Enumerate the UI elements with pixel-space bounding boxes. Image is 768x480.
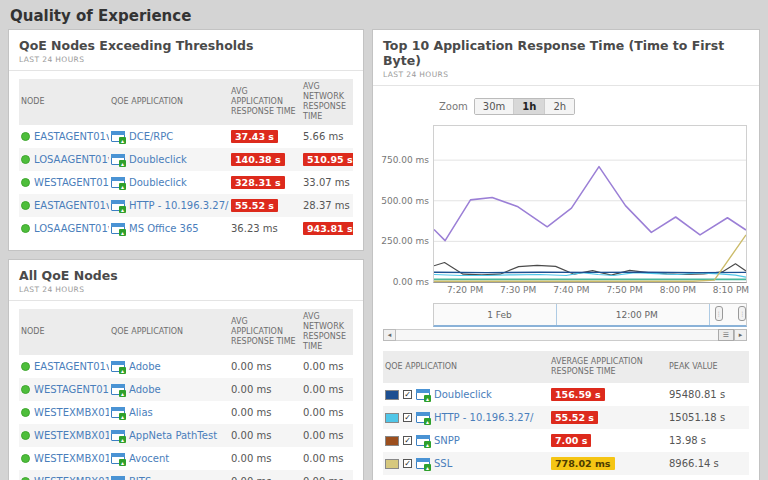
series-visibility-checkbox[interactable]: ✓ bbox=[403, 390, 412, 399]
application-link[interactable]: HTTP - 10.196.3.27/ bbox=[129, 200, 228, 211]
node-cell: WESTEXMBX01v bbox=[19, 405, 109, 420]
navigator-tick bbox=[556, 304, 557, 325]
panel-subtitle: LAST 24 HOURS bbox=[19, 285, 353, 294]
qoe-exceeding-table: NODEQOE APPLICATIONAVG APPLICATION RESPO… bbox=[19, 79, 353, 240]
node-link[interactable]: WESTEXMBX01v bbox=[34, 430, 109, 441]
node-link[interactable]: WESTAGENT01v bbox=[34, 177, 109, 188]
value-text: 0.00 ms bbox=[231, 407, 271, 418]
avg-network-response-cell: 28.37 ms bbox=[301, 198, 353, 213]
value-text: 28.37 ms bbox=[303, 200, 350, 211]
node-link[interactable]: LOSAAGENT01v bbox=[34, 223, 109, 234]
response-time-chart[interactable]: 750.00 ms500.00 ms250.00 ms0.00 ms bbox=[433, 125, 747, 283]
application-link[interactable]: SNPP bbox=[434, 435, 460, 446]
peak-value-cell: 15051.18 s bbox=[667, 410, 749, 425]
node-cell: LOSAAGENT01v bbox=[19, 221, 109, 236]
node-link[interactable]: EASTAGENT01v bbox=[34, 131, 109, 142]
scroll-right-button[interactable]: ▸ bbox=[734, 329, 747, 341]
application-link[interactable]: Doubleclick bbox=[129, 154, 187, 165]
node-link[interactable]: WESTEXMBX01v bbox=[34, 476, 109, 480]
series-visibility-checkbox[interactable]: ✓ bbox=[403, 436, 412, 445]
panel-subtitle: LAST 24 HOURS bbox=[383, 70, 749, 79]
panel-all-qoe-nodes: All QoE Nodes LAST 24 HOURS NODEQOE APPL… bbox=[8, 259, 364, 480]
node-cell: EASTAGENT01v bbox=[19, 359, 109, 374]
chart-plot-area bbox=[434, 126, 746, 282]
application-link[interactable]: Doubleclick bbox=[434, 389, 492, 400]
peak-value-cell: 13.98 s bbox=[667, 433, 749, 448]
node-link[interactable]: WESTAGENT01v bbox=[34, 384, 109, 395]
x-axis-tick-label: 7:20 PM bbox=[447, 285, 483, 295]
dashboard-layout: QoE Nodes Exceeding Thresholds LAST 24 H… bbox=[0, 29, 768, 480]
application-link[interactable]: DCE/RPC bbox=[129, 131, 173, 142]
avg-app-response-cell: 140.38 s bbox=[229, 151, 301, 168]
application-cell: ▴DCE/RPC bbox=[109, 129, 229, 144]
chart-range-navigator[interactable]: 1 Feb12:00 PM⋮⋮ bbox=[433, 303, 747, 327]
threshold-badge: 7.00 s bbox=[551, 434, 591, 447]
qoe-application-icon: ▴ bbox=[416, 389, 430, 400]
column-header: QOE APPLICATION bbox=[383, 359, 549, 375]
avg-app-response-cell: 0.00 ms bbox=[229, 405, 301, 420]
app-arrow-badge: ▴ bbox=[119, 459, 126, 466]
application-link[interactable]: Alias bbox=[129, 407, 153, 418]
application-link[interactable]: SSL bbox=[434, 458, 452, 469]
node-status-up-icon bbox=[21, 224, 30, 233]
avg-app-response-cell: 0.00 ms bbox=[229, 359, 301, 374]
left-column: QoE Nodes Exceeding Thresholds LAST 24 H… bbox=[8, 29, 364, 480]
application-link[interactable]: HTTP - 10.196.3.27/ bbox=[434, 412, 533, 423]
qoe-application-icon: ▴ bbox=[111, 476, 125, 480]
application-link[interactable]: Doubleclick bbox=[129, 177, 187, 188]
qoe-application-icon: ▴ bbox=[111, 407, 125, 418]
app-arrow-badge: ▴ bbox=[119, 206, 126, 213]
table-row: EASTAGENT01v▴HTTP - 10.196.3.27/55.52 s2… bbox=[19, 194, 353, 217]
zoom-option-1h[interactable]: 1h bbox=[514, 99, 545, 114]
panel-subtitle: LAST 24 HOURS bbox=[19, 55, 353, 64]
avg-network-response-cell: 510.95 s bbox=[301, 151, 353, 168]
peak-value-text: 95480.81 s bbox=[669, 389, 725, 400]
application-link[interactable]: AppNeta PathTest bbox=[129, 430, 217, 441]
table-row: WESTEXMBX01v▴BITS0.00 ms0.00 ms bbox=[19, 470, 353, 480]
series-visibility-checkbox[interactable]: ✓ bbox=[403, 413, 412, 422]
node-link[interactable]: EASTAGENT01v bbox=[34, 200, 109, 211]
navigator-tick bbox=[709, 304, 710, 325]
avg-app-response-cell: 778.02 ms bbox=[549, 455, 667, 472]
node-link[interactable]: EASTAGENT01v bbox=[34, 361, 109, 372]
scroll-left-button[interactable]: ◂ bbox=[383, 329, 396, 341]
node-status-up-icon bbox=[21, 201, 30, 210]
application-link[interactable]: Adobe bbox=[129, 384, 161, 395]
qoe-application-icon: ▴ bbox=[416, 412, 430, 423]
application-cell: ▴MS Office 365 bbox=[109, 221, 229, 236]
zoom-label: Zoom bbox=[439, 101, 468, 112]
node-link[interactable]: WESTEXMBX01v bbox=[34, 453, 109, 464]
app-arrow-badge: ▴ bbox=[119, 137, 126, 144]
panel-header: All QoE Nodes LAST 24 HOURS bbox=[9, 260, 363, 301]
app-arrow-badge: ▴ bbox=[119, 229, 126, 236]
app-arrow-badge: ▴ bbox=[424, 418, 431, 425]
table-header-row: NODEQOE APPLICATIONAVG APPLICATION RESPO… bbox=[19, 79, 353, 125]
application-link[interactable]: MS Office 365 bbox=[129, 223, 199, 234]
value-text: 36.23 ms bbox=[231, 223, 278, 234]
application-link[interactable]: BITS bbox=[129, 476, 151, 480]
threshold-badge: 943.81 s bbox=[303, 222, 353, 235]
node-status-up-icon bbox=[21, 431, 30, 440]
qoe-application-icon: ▴ bbox=[416, 458, 430, 469]
application-link[interactable]: Adobe bbox=[129, 361, 161, 372]
zoom-option-2h[interactable]: 2h bbox=[545, 99, 574, 114]
navigator-handle[interactable]: ⋮ bbox=[715, 306, 723, 321]
scrollbar-grip[interactable]: ☰ bbox=[718, 329, 734, 341]
app-arrow-badge: ▴ bbox=[424, 395, 431, 402]
node-link[interactable]: WESTEXMBX01v bbox=[34, 407, 109, 418]
legend-row: ✓▴SNPP7.00 s13.98 s bbox=[383, 429, 749, 452]
scrollbar-track[interactable] bbox=[396, 329, 718, 341]
series-visibility-checkbox[interactable]: ✓ bbox=[403, 459, 412, 468]
node-link[interactable]: LOSAAGENT01v bbox=[34, 154, 109, 165]
avg-app-response-cell: 0.00 ms bbox=[229, 474, 301, 480]
value-text: 5.66 ms bbox=[303, 131, 343, 142]
y-axis-tick-label: 250.00 ms bbox=[381, 236, 429, 246]
table-row: EASTAGENT01v▴DCE/RPC37.43 s5.66 ms bbox=[19, 125, 353, 148]
qoe-application-icon: ▴ bbox=[111, 177, 125, 188]
application-link[interactable]: Avocent bbox=[129, 453, 169, 464]
navigator-handle[interactable]: ⋮ bbox=[738, 306, 746, 321]
avg-app-response-cell: 7.00 s bbox=[549, 432, 667, 449]
application-cell: ▴Alias bbox=[109, 405, 229, 420]
zoom-option-30m[interactable]: 30m bbox=[475, 99, 514, 114]
avg-app-response-cell: 156.59 s bbox=[549, 386, 667, 403]
